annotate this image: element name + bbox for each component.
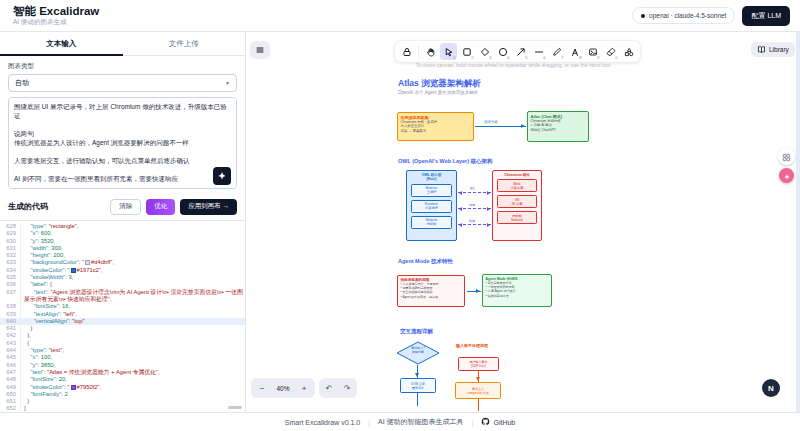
zoom-level[interactable]: 40% [270,385,296,392]
draw-tool-button[interactable]: 7 [548,43,565,60]
line-number: 644 [0,347,20,354]
inner-box[interactable]: Network 网络栈 [411,216,452,229]
assistant-badge[interactable] [779,168,794,183]
app-header: 智能 Excalidraw AI 驱动的图表生成 openai · claude… [0,0,800,32]
app-footer: Smart Excalidraw v0.1.0 | AI 驱动的智能图表生成工具… [0,412,800,431]
dashed-connector[interactable] [458,224,491,225]
tool-shortcut: 4 [507,55,509,60]
lock-tool-button[interactable] [398,43,415,60]
arrow-connector[interactable] [478,371,479,382]
diamond-tool-button[interactable]: 3 [476,43,493,60]
code-line-content: "fontSize": 16, [20,303,245,310]
generated-code-editor[interactable]: 628 "type": "rectangle", 629 "x": 600, 6… [0,220,245,412]
shape-red-box[interactable]: 传统浏览器的局限 • 为人类视口设计，分屏展示 • 需要滚动获取完整页面 • 交… [397,275,465,307]
inner-box[interactable]: Browser 主进程 [411,184,452,197]
shape-green-box[interactable]: Agent Mode 的优化 • 渲染完整页面信息 • 一张图展示所有元素 • … [482,274,552,307]
model-selector[interactable]: openai · claude-4.5-sonnet [632,7,735,24]
inner-box[interactable]: V8 JS 引擎 [497,195,537,208]
description-textarea[interactable]: 围绕底层 UI 展示记录号，对上层 Chromium 做的技术改进，升级版本已验… [8,97,237,189]
lock-icon [402,47,412,57]
shape-red-box[interactable]: 用户输入事件 (CDP 协议) [458,357,499,371]
code-line-content: "textAlign": "left", [20,311,245,318]
user-avatar[interactable]: N [762,379,780,397]
optimize-button[interactable]: 优化 [146,199,175,215]
redo-icon: ↷ [344,384,351,393]
line-number: 650 [0,391,20,398]
history-controls: ↶ ↷ [319,378,357,398]
connector-label: 数据 [469,219,475,223]
model-status-dot [641,14,645,18]
shape-blue-container[interactable]: OWL 核心层 (Rust) Browser 主进程 Renderer 渲染进程… [406,170,457,241]
extensions-button[interactable] [778,148,795,165]
app-root: 智能 Excalidraw AI 驱动的图表生成 openai · claude… [0,0,800,431]
arrow-connector[interactable] [467,291,481,292]
eraser-tool-button[interactable]: 0 [602,43,619,60]
code-line-content: "x": 600, [20,230,245,237]
apply-to-canvas-button[interactable]: 应用到画布 → [180,199,237,215]
ai-enhance-button[interactable] [213,167,231,185]
canvas-scrollbar[interactable] [796,32,800,412]
arrow-connector[interactable] [417,365,418,378]
line-tool-button[interactable]: 6 [530,43,547,60]
line-number: 640 [0,318,20,325]
arrow-icon [516,47,526,57]
code-line-content: "backgroundColor": "#d4dbff", [20,259,245,266]
zoom-in-button[interactable]: + [296,378,312,398]
code-line: 644 "type": "text", [0,347,245,354]
code-line-content: "text": "Atlas = 传统浏览器能力 + Agent 专属优化", [20,369,245,376]
tool-shortcut: 8 [579,55,581,60]
code-line: 648 "fontSize": 20, [0,376,245,383]
rectangle-tool-button[interactable]: 2 [458,43,475,60]
code-line: 647 "text": "Atlas = 传统浏览器能力 + Agent 专属优… [0,369,245,376]
arrow-tool-button[interactable]: 5 [512,43,529,60]
library-button[interactable]: Library [751,42,795,57]
ellipse-tool-button[interactable]: 4 [494,43,511,60]
inner-box[interactable]: Blink 渲染引擎 [497,179,537,192]
shape-blue-box[interactable]: DOM 更新 重新渲染 [400,378,436,393]
diagram-subtitle-s1: OpenAI 首个 Agent 原生浏览器技术解析 [398,90,478,95]
arrow-label: 演进升级 [484,120,498,124]
line-number: 629 [0,230,20,237]
clear-button[interactable]: 清除 [110,199,141,215]
menu-button[interactable] [250,41,270,59]
canvas-hint-text: To move canvas, hold mouse wheel or spac… [246,62,780,68]
sparkle-icon [217,169,227,184]
inner-box[interactable]: Renderer 渲染进程 [411,200,452,213]
connector-label: 调用 [469,203,475,207]
shape-orange-box[interactable]: 事件注入 compositor 处理 [455,382,501,399]
text-tool-button[interactable]: 8 [566,43,583,60]
tab-file-upload[interactable]: 文件上传 [123,32,246,55]
chart-type-select[interactable]: 自动 ▼ [8,74,237,92]
selection-tool-button[interactable]: 1 [440,43,457,60]
arrow-connector[interactable] [475,126,526,127]
shape-red-container[interactable]: Chromium 组件 Blink 渲染引擎 V8 JS 引擎 网络栈 Netw… [492,170,542,241]
tab-text-input[interactable]: 文本输入 [0,32,123,55]
code-horizontal-scrollbar[interactable] [228,406,242,409]
image-tool-button[interactable]: 9 [584,43,601,60]
github-link[interactable]: GitHub [481,417,515,427]
more-shapes-button[interactable] [620,43,637,60]
dashed-connector[interactable] [458,192,491,193]
line-connector[interactable] [478,399,479,411]
redo-button[interactable]: ↷ [339,380,355,396]
hand-tool-button[interactable] [422,43,439,60]
github-icon [481,417,490,427]
line-number: 648 [0,376,20,383]
tool-shortcut: 0 [615,55,617,60]
shape-green-box[interactable]: Atlas (Chat 模式) Chromium 浏览内核 + 云端 AI 能力… [527,111,589,142]
drawing-canvas[interactable]: 1 2 3 4 5 6 7 8 9 0 Library To move canv… [246,32,800,412]
line-connector[interactable] [417,393,418,406]
zoom-out-button[interactable]: − [254,378,270,398]
configure-llm-button[interactable]: 配置 LLM [742,6,790,26]
code-line: 635 "strokeWidth": 3, [0,274,245,281]
toolbar-divider [418,46,419,58]
undo-button[interactable]: ↶ [321,380,337,396]
selection-cursor-icon [444,47,454,57]
dashed-connector[interactable] [458,208,491,209]
shape-yellow-box[interactable]: 传统浏览器架构 Chromium 内核 · 多进程 为人类交互设计 渲染 → 屏… [397,112,474,141]
line-number: 630 [0,238,20,245]
line-number: 651 [0,398,20,405]
inner-box[interactable]: 网络栈 Network [497,211,537,224]
image-icon [588,47,598,57]
line-number: 633 [0,259,20,266]
